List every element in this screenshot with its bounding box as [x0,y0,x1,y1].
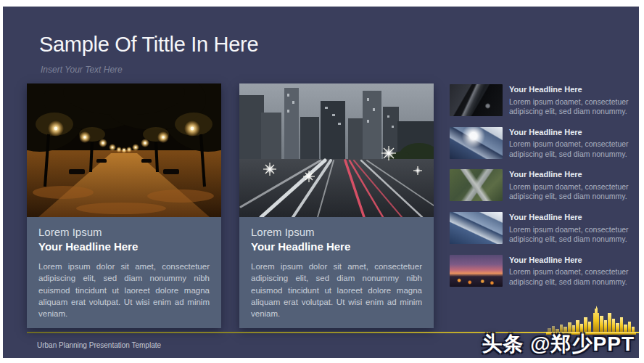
card-headline: Your Headline Here [251,240,350,254]
card-headline: Your Headline Here [38,240,138,254]
card-text: Lorem ipsum dolor sit amet, consectetuer… [38,261,210,320]
dark-structure-thumbnail [450,84,503,116]
sidebar-list: Your Headline Here Lorem ipsum doamet, c… [450,84,637,287]
list-item: Your Headline Here Lorem ipsum doamet, c… [450,255,637,287]
city-traffic-light-trails-image [239,83,434,217]
page-background: Sample Of Tittle In Here Insert Your Tex… [0,0,644,363]
list-item: Your Headline Here Lorem ipsum doamet, c… [450,169,637,202]
page-subtitle: Insert Your Text Here [41,65,123,75]
list-item-title: Your Headline Here [509,212,637,223]
list-item-text: Your Headline Here Lorem ipsum doamet, c… [509,212,637,245]
list-item-title: Your Headline Here [509,127,637,138]
content-card-1: Lorem Ipsum Your Headline Here Lorem ips… [27,83,221,328]
list-item-desc: Lorem ipsum doamet, consectetuer adipisc… [509,182,637,202]
card-text: Lorem ipsum dolor sit amet, consectetuer… [251,261,422,320]
page-title: Sample Of Tittle In Here [39,33,258,57]
content-card-2: Lorem Ipsum Your Headline Here Lorem ips… [239,83,434,328]
list-item: Your Headline Here Lorem ipsum doamet, c… [450,127,637,160]
list-item-text: Your Headline Here Lorem ipsum doamet, c… [509,127,637,160]
card-kicker: Lorem Ipsum [251,225,315,240]
card-kicker: Lorem Ipsum [38,225,102,240]
modern-towers-thumbnail [450,212,503,244]
list-item-title: Your Headline Here [509,84,637,95]
list-item-text: Your Headline Here Lorem ipsum doamet, c… [509,84,637,117]
card-body: Lorem Ipsum Your Headline Here Lorem ips… [27,217,221,328]
list-item-desc: Lorem ipsum doamet, consectetuer adipisc… [509,267,637,287]
list-item: Your Headline Here Lorem ipsum doamet, c… [450,84,637,117]
list-item-desc: Lorem ipsum doamet, consectetuer adipisc… [509,97,637,117]
footer-text: Urban Planning Presentation Template [37,341,161,349]
list-item-title: Your Headline Here [509,255,637,266]
slide: Sample Of Tittle In Here Insert Your Tex… [3,7,639,358]
list-item-desc: Lorem ipsum doamet, consectetuer adipisc… [509,225,637,245]
skyscrapers-thumbnail [450,127,503,159]
list-item-title: Your Headline Here [509,169,637,180]
card-body: Lorem Ipsum Your Headline Here Lorem ips… [239,217,434,328]
list-item: Your Headline Here Lorem ipsum doamet, c… [450,212,637,245]
night-park-avenue-image [27,83,221,217]
list-item-text: Your Headline Here Lorem ipsum doamet, c… [509,255,637,287]
dusk-skyline-thumbnail [450,255,503,287]
list-item-desc: Lorem ipsum doamet, consectetuer adipisc… [509,139,637,159]
list-item-text: Your Headline Here Lorem ipsum doamet, c… [509,169,637,202]
highway-interchange-thumbnail [450,169,503,201]
watermark: 头条 @郑少PPT [482,330,635,358]
